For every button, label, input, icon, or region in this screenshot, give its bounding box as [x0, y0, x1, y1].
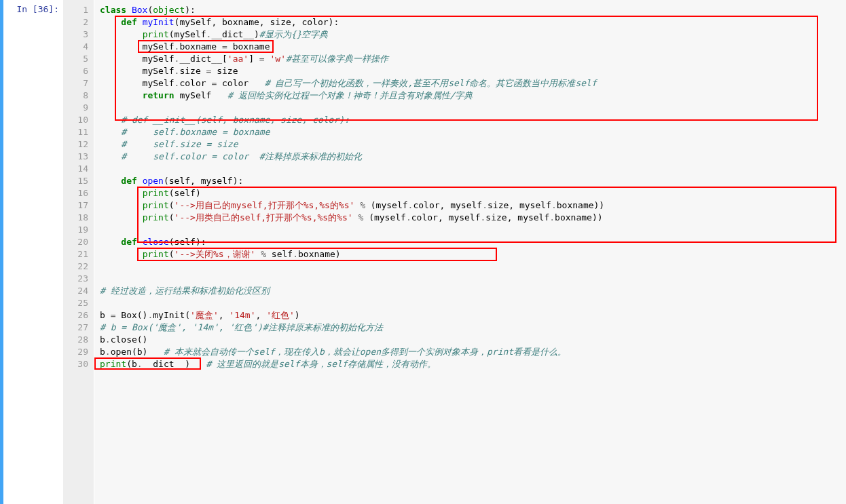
code-line[interactable]: # b = Box('魔盒', '14m', '红色')#注释掉原来标准的初始化… [100, 322, 843, 334]
code-line[interactable]: class Box(object): [100, 4, 843, 16]
line-number: 26 [63, 309, 88, 322]
code-line[interactable]: mySelf.color = color # 自己写一个初始化函数，一样奏效,甚… [100, 77, 843, 90]
line-number: 12 [63, 138, 88, 151]
code-line[interactable]: print(b.__dict__) # 这里返回的就是self本身，self存储… [100, 358, 843, 370]
line-number: 23 [63, 273, 88, 285]
line-number: 19 [63, 224, 88, 236]
line-number: 25 [63, 297, 88, 309]
line-number: 24 [63, 285, 88, 297]
line-number: 4 [63, 41, 88, 53]
line-number: 5 [63, 53, 88, 65]
line-number: 10 [63, 114, 88, 126]
code-line[interactable]: mySelf.size = size [100, 65, 843, 77]
code-editor[interactable]: class Box(object): def myInit(mySelf, bo… [94, 0, 846, 504]
code-line[interactable]: def open(self, myself): [100, 175, 843, 187]
code-line[interactable]: # 经过改造，运行结果和标准初始化没区别 [100, 285, 843, 297]
line-number: 20 [63, 236, 88, 248]
code-line[interactable]: def close(self): [100, 236, 843, 248]
code-line[interactable]: b = Box().myInit('魔盒', '14m', '红色') [100, 309, 843, 322]
code-line[interactable]: print('-->用类自己的self,打开那个%s,%s的%s' % (mys… [100, 212, 843, 224]
code-line[interactable]: print(self) [100, 187, 843, 199]
line-number: 29 [63, 346, 88, 358]
code-line[interactable] [100, 224, 843, 236]
line-number: 3 [63, 28, 88, 41]
line-number: 28 [63, 334, 88, 346]
code-line[interactable]: # self.color = color #注释掉原来标准的初始化 [100, 151, 843, 163]
input-prompt: In [36]: [3, 0, 63, 504]
code-line[interactable]: b.close() [100, 334, 843, 346]
code-line[interactable] [100, 102, 843, 114]
code-line[interactable]: # self.size = size [100, 138, 843, 151]
line-number: 7 [63, 77, 88, 90]
code-line[interactable] [100, 260, 843, 273]
line-number: 16 [63, 187, 88, 199]
code-line[interactable]: return mySelf # 返回给实例化过程一个对象！神奇！并且含有对象属性… [100, 90, 843, 102]
code-line[interactable]: print('-->关闭%s，谢谢' % self.boxname) [100, 248, 843, 260]
line-number: 6 [63, 65, 88, 77]
code-line[interactable]: print(mySelf.__dict__)#显示为{}空字典 [100, 28, 843, 41]
code-line[interactable]: # def __init__(self, boxname, size, colo… [100, 114, 843, 126]
line-number: 27 [63, 322, 88, 334]
notebook-cell: In [36]: 1234567891011121314151617181920… [0, 0, 846, 504]
line-number: 30 [63, 358, 88, 370]
code-line[interactable]: mySelf.boxname = boxname [100, 41, 843, 53]
line-number: 13 [63, 151, 88, 163]
line-number: 2 [63, 16, 88, 28]
code-line[interactable] [100, 163, 843, 175]
line-number: 18 [63, 212, 88, 224]
code-line[interactable]: b.open(b) # 本来就会自动传一个self，现在传入b，就会让open多… [100, 346, 843, 358]
code-line[interactable]: def myInit(mySelf, boxname, size, color)… [100, 16, 843, 28]
line-number: 14 [63, 163, 88, 175]
line-number: 8 [63, 90, 88, 102]
code-line[interactable]: mySelf.__dict__['aa'] = 'w'#甚至可以像字典一样操作 [100, 53, 843, 65]
line-number: 1 [63, 4, 88, 16]
code-line[interactable] [100, 273, 843, 285]
line-number: 11 [63, 126, 88, 138]
code-line[interactable]: # self.boxname = boxname [100, 126, 843, 138]
prompt-label: In [36]: [16, 4, 59, 14]
line-number-gutter: 1234567891011121314151617181920212223242… [63, 0, 94, 504]
line-number: 15 [63, 175, 88, 187]
line-number: 9 [63, 102, 88, 114]
code-line[interactable] [100, 297, 843, 309]
line-number: 22 [63, 260, 88, 273]
code-line[interactable]: print('-->用自己的myself,打开那个%s,%s的%s' % (my… [100, 199, 843, 212]
line-number: 21 [63, 248, 88, 260]
line-number: 17 [63, 199, 88, 212]
